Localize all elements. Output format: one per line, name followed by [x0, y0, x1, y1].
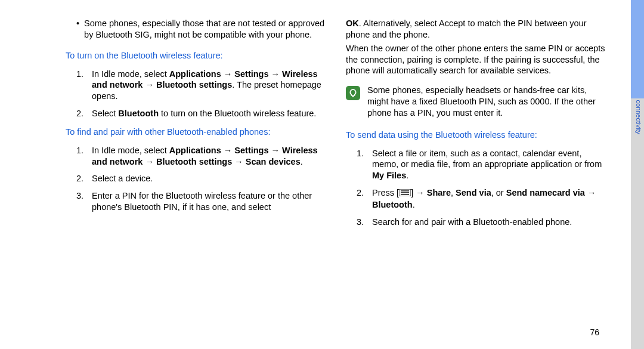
step-item: Search for and pair with a Bluetooth-ena… — [346, 217, 608, 228]
step-text: Select a file or item, such as a contact… — [372, 148, 608, 182]
side-tab — [631, 0, 644, 349]
continuation-text: When the owner of the other phone enters… — [346, 43, 608, 77]
step-text: Search for and pair with a Bluetooth-ena… — [372, 217, 572, 228]
step-text: In Idle mode, select Applications → Sett… — [92, 145, 328, 168]
left-column: • Some phones, especially those that are… — [66, 18, 328, 331]
step-text: Select Bluetooth to turn on the Bluetoot… — [92, 108, 316, 119]
section-heading: To send data using the Bluetooth wireles… — [346, 129, 608, 141]
continuation-text: OK. Alternatively, select Accept to matc… — [346, 18, 608, 41]
step-text: Press [] → Share, Send via, or Send name… — [372, 187, 608, 210]
step-text: In Idle mode, select Applications → Sett… — [92, 69, 328, 103]
page-number: 76 — [590, 328, 599, 337]
step-item: Select a file or item, such as a contact… — [346, 148, 608, 182]
step-item: Select Bluetooth to turn on the Bluetoot… — [66, 108, 328, 119]
right-column: OK. Alternatively, select Accept to matc… — [346, 18, 608, 331]
tab-accent-active — [631, 0, 644, 98]
bullet-text: Some phones, especially those that are n… — [84, 18, 328, 41]
info-icon — [346, 86, 360, 100]
steps-list: Select a file or item, such as a contact… — [346, 148, 608, 228]
note-block: Some phones, especially headsets or hand… — [346, 85, 608, 119]
tab-accent-inactive — [631, 98, 644, 349]
menu-icon — [399, 188, 411, 199]
step-item: Select a device. — [66, 173, 328, 184]
document-page: • Some phones, especially those that are… — [0, 0, 644, 349]
side-tab-label: connectivity — [635, 100, 642, 134]
bullet-item: • Some phones, especially those that are… — [66, 18, 328, 41]
step-text: Enter a PIN for the Bluetooth wireless f… — [92, 190, 328, 213]
bullet-dot: • — [76, 18, 79, 41]
step-item: In Idle mode, select Applications → Sett… — [66, 69, 328, 103]
step-item: Enter a PIN for the Bluetooth wireless f… — [66, 190, 328, 213]
step-item: In Idle mode, select Applications → Sett… — [66, 145, 328, 168]
section-heading: To find and pair with other Bluetooth-en… — [66, 126, 328, 138]
note-text: Some phones, especially headsets or hand… — [367, 85, 608, 119]
section-heading: To turn on the Bluetooth wireless featur… — [66, 50, 328, 61]
steps-list: In Idle mode, select Applications → Sett… — [66, 145, 328, 213]
step-item: Press [] → Share, Send via, or Send name… — [346, 187, 608, 210]
steps-list: In Idle mode, select Applications → Sett… — [66, 69, 328, 119]
step-text: Select a device. — [92, 173, 153, 184]
